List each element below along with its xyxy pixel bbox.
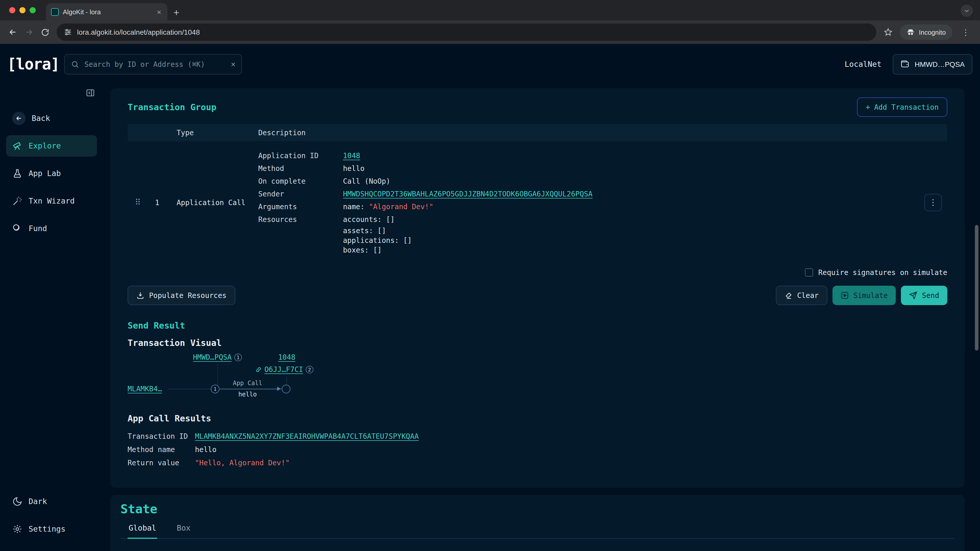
sidebar-item-theme[interactable]: Dark <box>6 491 97 512</box>
sidebar-item-fund[interactable]: Fund <box>6 218 97 239</box>
argument-name: name: <box>343 203 369 211</box>
visual-group-link[interactable]: O6JJ…F7CI <box>264 365 303 373</box>
arrowhead <box>277 387 281 391</box>
sidebar-item-explore[interactable]: Explore <box>6 135 97 157</box>
close-window-button[interactable] <box>9 7 15 13</box>
transaction-visual-diagram: HMWD…PQSA 1 1048 O6JJ…F7CI 2 <box>127 351 947 408</box>
page-scrollbar[interactable] <box>975 225 978 351</box>
sidebar-txn-wizard-label: Txn Wizard <box>29 197 75 206</box>
state-title: State <box>121 502 955 516</box>
field-label: Sender <box>258 188 343 200</box>
send-plane-icon <box>909 291 918 300</box>
sidebar-explore-label: Explore <box>29 141 61 151</box>
edge-type-label: App Call <box>222 380 273 387</box>
edge-method-label: hello <box>222 391 273 398</box>
table-row: ⠿ 1 Application Call Application ID 1048… <box>127 141 947 261</box>
moon-icon <box>12 496 22 507</box>
plus-icon: + <box>865 103 870 111</box>
row-menu-button[interactable]: ⋮ <box>924 194 942 211</box>
require-signatures-checkbox[interactable] <box>805 268 813 276</box>
search-input[interactable] <box>84 60 226 68</box>
result-return-value: "Hello, Algorand Dev!" <box>195 456 947 469</box>
back-icon[interactable] <box>8 27 18 37</box>
field-label: On complete <box>258 175 343 188</box>
result-label: Method name <box>127 443 195 456</box>
wallet-account-label: HMWD…PQSA <box>915 60 965 68</box>
sidebar-item-app-lab[interactable]: App Lab <box>6 163 97 184</box>
row-description: Application ID 1048 Method hello On comp… <box>253 149 919 255</box>
populate-resources-label: Populate Resources <box>149 291 226 300</box>
transaction-table-header: Type Description <box>127 124 947 141</box>
browser-tab[interactable]: AlgoKit - lora × <box>46 3 167 21</box>
visual-txn-link[interactable]: MLAMKB4… <box>127 385 162 393</box>
tab-box[interactable]: Box <box>176 524 191 538</box>
account-badge: 1 <box>234 353 242 361</box>
eraser-icon <box>784 291 792 300</box>
send-button[interactable]: Send <box>901 286 947 305</box>
application-id-link[interactable]: 1048 <box>343 151 360 160</box>
result-label: Return value <box>127 456 195 469</box>
field-value: hello <box>343 162 919 175</box>
new-tab-button[interactable]: + <box>173 8 179 17</box>
incognito-label: Incognito <box>919 28 946 36</box>
drag-handle-icon[interactable]: ⠿ <box>127 197 148 207</box>
incognito-badge: Incognito <box>900 24 953 40</box>
tab-search-button[interactable] <box>961 5 973 17</box>
resource-accounts: accounts: [] <box>343 213 919 226</box>
txn-from-node[interactable]: 1 <box>211 385 220 393</box>
tab-close-icon[interactable]: × <box>156 7 162 17</box>
sidebar-back-label: Back <box>32 114 50 123</box>
back-circle <box>12 112 25 125</box>
tab-favicon <box>51 8 59 16</box>
bookmark-star-icon[interactable] <box>883 27 893 37</box>
browser-tab-strip: AlgoKit - lora × + <box>0 0 980 21</box>
visual-account-link[interactable]: HMWD…PQSA <box>193 353 232 361</box>
maximize-window-button[interactable] <box>30 7 36 13</box>
collapse-sidebar-icon[interactable] <box>86 88 95 97</box>
visual-app-link[interactable]: 1048 <box>278 353 295 361</box>
reload-icon[interactable] <box>41 28 49 37</box>
transaction-group-title: Transaction Group <box>127 102 216 112</box>
argument-string-value: "Algorand Dev!" <box>369 203 433 211</box>
tab-global[interactable]: Global <box>127 524 157 539</box>
lora-logo[interactable]: [lora] <box>7 55 59 73</box>
dashed-guide-line <box>218 364 218 385</box>
sidebar-item-settings[interactable]: Settings <box>6 518 97 540</box>
search-box[interactable]: × <box>65 54 242 74</box>
sidebar-item-txn-wizard[interactable]: Txn Wizard <box>6 190 97 212</box>
wallet-account-button[interactable]: HMWD…PQSA <box>893 54 972 74</box>
txn-to-node[interactable] <box>282 385 290 393</box>
result-transaction-id-link[interactable]: MLAMKB4ANXZ5NA2XY7ZNF3EAIROHVWPAB4A7CLT6… <box>195 432 419 440</box>
sidebar-item-back[interactable]: Back <box>6 108 97 129</box>
result-label: Transaction ID <box>127 430 195 443</box>
sidebar-theme-label: Dark <box>29 497 47 506</box>
clear-label: Clear <box>797 291 818 300</box>
app-call-results-rows: Transaction ID MLAMKB4ANXZ5NA2XY7ZNF3EAI… <box>127 430 947 469</box>
gear-icon <box>12 524 22 534</box>
simulate-button[interactable]: Simulate <box>832 286 896 305</box>
populate-resources-button[interactable]: Populate Resources <box>127 286 235 305</box>
flask-icon <box>12 168 22 179</box>
actions-row: Populate Resources Clear Simulate <box>127 286 947 305</box>
browser-menu-button[interactable]: ⋮ <box>959 27 972 37</box>
search-icon <box>71 60 80 68</box>
sidebar-settings-label: Settings <box>29 524 65 534</box>
add-transaction-button[interactable]: + Add Transaction <box>857 97 947 117</box>
sidebar-fund-label: Fund <box>29 224 47 233</box>
network-label[interactable]: LocalNet <box>845 59 882 68</box>
tab-title: AlgoKit - lora <box>63 8 151 16</box>
sender-address-link[interactable]: HMWDSHQCOPD2T36WBAHLAZ6PO5GDJJZBN4D2TODK… <box>343 190 593 198</box>
row-type: Application Call <box>166 198 253 206</box>
column-description: Description <box>253 129 919 137</box>
clear-button[interactable]: Clear <box>776 286 827 305</box>
site-settings-icon[interactable] <box>64 28 72 36</box>
result-method-name: hello <box>195 443 947 456</box>
address-bar[interactable]: lora.algokit.io/localnet/application/104… <box>57 24 877 41</box>
transaction-group-card: Transaction Group + Add Transaction Type… <box>110 88 965 488</box>
minimize-window-button[interactable] <box>19 7 25 13</box>
send-label: Send <box>922 291 939 300</box>
field-value: Call (NoOp) <box>343 175 919 188</box>
resources-values: accounts: [] assets: [] applications: []… <box>343 213 919 255</box>
chevron-down-icon <box>964 8 970 14</box>
search-clear-icon[interactable]: × <box>231 59 235 68</box>
